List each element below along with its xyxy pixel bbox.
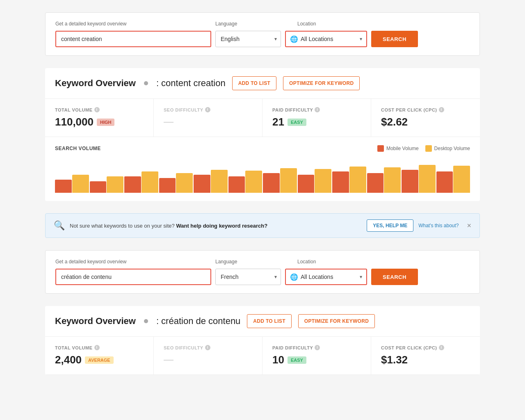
optimize-keyword-button-2[interactable]: OPTIMIZE FOR KEYWORD	[298, 314, 375, 328]
chart-bar-mobile	[228, 176, 245, 193]
chart-bar-mobile	[298, 175, 315, 193]
overview-header-1: Keyword Overview : content creation ADD …	[45, 68, 480, 99]
optimize-keyword-button-1[interactable]: OPTIMIZE FOR KEYWORD	[283, 76, 360, 90]
label-keyword-2: Get a detailed keyword overview	[55, 259, 215, 265]
chart-legend-1: Mobile Volume Desktop Volume	[377, 145, 470, 152]
chart-bar-desktop	[211, 170, 228, 193]
chart-bar-desktop	[384, 167, 401, 193]
overview-dot-2	[144, 319, 148, 323]
chart-bar-mobile	[436, 171, 453, 193]
chart-bar-desktop	[280, 168, 297, 193]
legend-desktop-label-1: Desktop Volume	[434, 146, 470, 151]
chart-bar-desktop	[349, 167, 366, 193]
language-select-wrapper-2: French English Spanish ▾	[215, 269, 281, 285]
promo-icon: 🔍	[54, 220, 65, 231]
search-labels-2: Get a detailed keyword overview Language…	[55, 259, 470, 265]
info-icon-volume-1[interactable]: i	[94, 107, 100, 112]
label-keyword-1: Get a detailed keyword overview	[55, 21, 215, 27]
chart-bar-group	[159, 173, 193, 193]
promo-banner: 🔍 Not sure what keywords to use on your …	[45, 213, 480, 238]
badge-easy-2: EASY	[288, 356, 306, 364]
metric-label-paid-1: PAID DIFFICULTY i	[272, 107, 361, 112]
badge-average-2: AVERAGE	[85, 356, 114, 364]
metric-label-cpc-2: COST PER CLICK (CPC) i	[381, 345, 470, 350]
label-location-1: Location	[297, 21, 470, 27]
whats-this-link[interactable]: What's this about?	[418, 223, 459, 228]
chart-bar-mobile	[90, 181, 107, 193]
chart-bar-group	[124, 171, 158, 193]
metric-value-seo-1: —	[164, 116, 252, 127]
chart-bar-group	[332, 167, 366, 193]
language-select-2[interactable]: French English Spanish	[215, 269, 281, 285]
badge-high-1: HIGH	[97, 119, 115, 126]
metric-value-cpc-2: $1.32	[381, 354, 470, 366]
info-icon-seo-2[interactable]: i	[205, 345, 210, 350]
add-to-list-button-2[interactable]: ADD TO LIST	[247, 314, 291, 328]
metric-value-seo-2: —	[164, 354, 252, 365]
chart-bar-desktop	[245, 171, 262, 193]
search-button-1[interactable]: SEARCH	[371, 31, 418, 47]
keyword-input-2[interactable]	[55, 269, 211, 285]
metric-paid-difficulty-1: PAID DIFFICULTY i 21 EASY	[262, 99, 371, 137]
metric-cpc-1: COST PER CLICK (CPC) i $2.62	[371, 99, 480, 137]
search-section-2: Get a detailed keyword overview Language…	[45, 250, 480, 294]
chart-bar-group	[263, 168, 297, 193]
info-icon-cpc-2[interactable]: i	[439, 345, 444, 350]
location-chevron-icon-2: ▾	[360, 274, 362, 280]
legend-mobile-box-1	[377, 145, 384, 152]
add-to-list-button-1[interactable]: ADD TO LIST	[232, 76, 276, 90]
metric-value-cpc-1: $2.62	[381, 116, 470, 128]
volume-header-1: SEARCH VOLUME Mobile Volume Desktop Volu…	[55, 145, 470, 152]
chart-bar-group	[402, 165, 436, 193]
chart-bar-desktop	[419, 165, 436, 193]
location-text-1: All Locations	[301, 36, 333, 42]
promo-close-button[interactable]: ×	[467, 221, 471, 230]
info-icon-paid-2[interactable]: i	[315, 345, 320, 350]
search-button-2[interactable]: SEARCH	[371, 269, 418, 285]
search-labels-1: Get a detailed keyword overview Language…	[55, 21, 470, 27]
metrics-row-2: TOTAL VOLUME i 2,400 AVERAGE SEO DIFFICU…	[45, 337, 480, 375]
info-icon-volume-2[interactable]: i	[94, 345, 100, 350]
legend-desktop-1: Desktop Volume	[425, 145, 470, 152]
yes-help-button[interactable]: YES, HELP ME	[367, 219, 413, 232]
legend-desktop-box-1	[425, 145, 432, 152]
metric-paid-difficulty-2: PAID DIFFICULTY i 10 EASY	[262, 337, 371, 374]
chart-bar-mobile	[124, 176, 141, 193]
chart-bar-desktop	[142, 171, 158, 193]
metric-total-volume-1: TOTAL VOLUME i 110,000 HIGH	[45, 99, 154, 137]
chart-bar-group	[228, 171, 262, 193]
metric-value-paid-2: 10 EASY	[272, 354, 361, 366]
chart-bar-group	[298, 169, 332, 193]
overview-dot-1	[144, 81, 148, 85]
legend-mobile-1: Mobile Volume	[377, 145, 419, 152]
keyword-input-1[interactable]	[55, 31, 211, 47]
metric-label-volume-2: TOTAL VOLUME i	[55, 345, 144, 350]
label-location-2: Location	[297, 259, 470, 265]
metric-seo-difficulty-1: SEO DIFFICULTY i —	[154, 99, 262, 137]
chart-bar-mobile	[402, 170, 418, 193]
chart-bar-mobile	[194, 175, 210, 193]
chart-bar-mobile	[55, 180, 72, 193]
overview-keyword-2: : création de contenu	[156, 316, 240, 326]
metric-seo-difficulty-2: SEO DIFFICULTY i —	[154, 337, 262, 374]
metric-value-volume-1: 110,000 HIGH	[55, 116, 144, 128]
chart-bar-mobile	[367, 173, 384, 193]
volume-section-1: SEARCH VOLUME Mobile Volume Desktop Volu…	[45, 137, 480, 201]
chart-bar-group	[194, 170, 228, 193]
location-chevron-icon-1: ▾	[360, 36, 362, 42]
volume-title-1: SEARCH VOLUME	[55, 146, 101, 151]
location-text-2: All Locations	[301, 274, 333, 280]
info-icon-seo-1[interactable]: i	[205, 107, 210, 112]
info-icon-cpc-1[interactable]: i	[439, 107, 444, 112]
globe-icon-2: 🌐	[290, 273, 298, 281]
location-selector-2[interactable]: 🌐 All Locations ▾	[285, 269, 367, 285]
info-icon-paid-1[interactable]: i	[315, 107, 320, 112]
metric-total-volume-2: TOTAL VOLUME i 2,400 AVERAGE	[45, 337, 154, 374]
chart-bar-group	[55, 175, 89, 193]
metric-label-cpc-1: COST PER CLICK (CPC) i	[381, 107, 470, 112]
keyword-overview-1: Keyword Overview : content creation ADD …	[45, 68, 480, 201]
globe-icon-1: 🌐	[290, 35, 298, 43]
chart-bar-desktop	[315, 169, 331, 193]
location-selector-1[interactable]: 🌐 All Locations ▾	[285, 31, 367, 47]
language-select-1[interactable]: English French Spanish	[215, 31, 281, 47]
